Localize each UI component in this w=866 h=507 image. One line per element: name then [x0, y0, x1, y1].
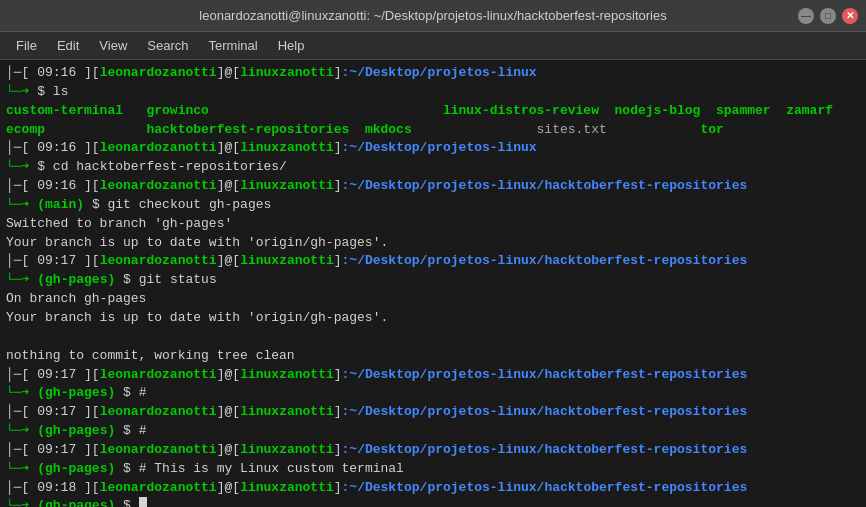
terminal-line: └─➔ (gh-pages) $ # — [6, 422, 860, 441]
window-title: leonardozanotti@linuxzanotti: ~/Desktop/… — [199, 8, 666, 23]
menu-terminal[interactable]: Terminal — [201, 36, 266, 55]
terminal-line: │─[ 09:16 ][leonardozanotti]@[linuxzanot… — [6, 177, 860, 196]
terminal-line — [6, 328, 860, 347]
terminal-line: Your branch is up to date with 'origin/g… — [6, 234, 860, 253]
maximize-button[interactable]: □ — [820, 8, 836, 24]
terminal-line: └─➔ (gh-pages) $ — [6, 497, 860, 507]
menu-view[interactable]: View — [91, 36, 135, 55]
menu-search[interactable]: Search — [139, 36, 196, 55]
terminal-line: └─➔ (gh-pages) $ git status — [6, 271, 860, 290]
minimize-button[interactable]: — — [798, 8, 814, 24]
close-button[interactable]: ✕ — [842, 8, 858, 24]
terminal-line: └─➔ $ ls — [6, 83, 860, 102]
terminal-line: └─➔ (main) $ git checkout gh-pages — [6, 196, 860, 215]
terminal-cursor — [139, 497, 147, 507]
terminal-line: Your branch is up to date with 'origin/g… — [6, 309, 860, 328]
terminal-line: └─➔ (gh-pages) $ # — [6, 384, 860, 403]
terminal-line: │─[ 09:16 ][leonardozanotti]@[linuxzanot… — [6, 64, 860, 83]
menu-edit[interactable]: Edit — [49, 36, 87, 55]
window-controls: — □ ✕ — [798, 8, 858, 24]
menu-help[interactable]: Help — [270, 36, 313, 55]
menu-bar: File Edit View Search Terminal Help — [0, 32, 866, 60]
terminal-line: │─[ 09:17 ][leonardozanotti]@[linuxzanot… — [6, 366, 860, 385]
terminal-line: └─➔ $ cd hacktoberfest-repositories/ — [6, 158, 860, 177]
terminal-line: ecomp hacktoberfest-repositories mkdocs … — [6, 121, 860, 140]
terminal-line: │─[ 09:16 ][leonardozanotti]@[linuxzanot… — [6, 139, 860, 158]
terminal-line: │─[ 09:17 ][leonardozanotti]@[linuxzanot… — [6, 252, 860, 271]
menu-file[interactable]: File — [8, 36, 45, 55]
terminal-line: nothing to commit, working tree clean — [6, 347, 860, 366]
terminal-line: └─➔ (gh-pages) $ # This is my Linux cust… — [6, 460, 860, 479]
terminal-line: Switched to branch 'gh-pages' — [6, 215, 860, 234]
terminal-line: │─[ 09:18 ][leonardozanotti]@[linuxzanot… — [6, 479, 860, 498]
terminal-output[interactable]: │─[ 09:16 ][leonardozanotti]@[linuxzanot… — [0, 60, 866, 507]
terminal-line: On branch gh-pages — [6, 290, 860, 309]
terminal-line: │─[ 09:17 ][leonardozanotti]@[linuxzanot… — [6, 403, 860, 422]
terminal-line: custom-terminal growinco linux-distros-r… — [6, 102, 860, 121]
terminal-line: │─[ 09:17 ][leonardozanotti]@[linuxzanot… — [6, 441, 860, 460]
title-bar: leonardozanotti@linuxzanotti: ~/Desktop/… — [0, 0, 866, 32]
